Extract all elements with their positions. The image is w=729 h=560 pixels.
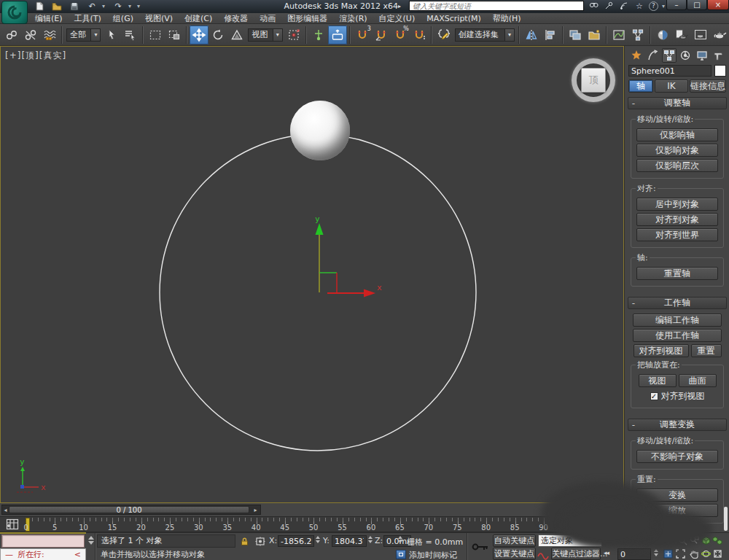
key-filter-set-dropdown[interactable]: 选定对象 ▾ — [538, 534, 602, 547]
mirror-button[interactable] — [522, 26, 541, 44]
graphite-modeling-toggle-button[interactable] — [585, 26, 604, 44]
infocenter-expand-icon[interactable]: ▸ — [394, 1, 405, 11]
rollout-header[interactable]: - 调整变换 — [628, 419, 727, 431]
z-spinner[interactable] — [397, 536, 403, 546]
affect-pivot-only-button[interactable]: 仅影响轴 — [636, 128, 718, 141]
tab-modify[interactable] — [646, 48, 660, 63]
named-selection-sets-dropdown[interactable]: 创建选择集 ▾ — [455, 28, 515, 42]
affect-hierarchy-only-button[interactable]: 仅影响层次 — [636, 159, 718, 172]
sphere-object[interactable] — [290, 101, 350, 160]
zoom-all-button[interactable] — [688, 535, 700, 546]
dont-affect-children-button[interactable]: 不影响子对象 — [636, 450, 718, 463]
go-to-start-button[interactable]: ◂◂ — [604, 549, 609, 556]
command-panel-scrollbar[interactable] — [724, 507, 728, 531]
top-viewport[interactable]: [+][顶][真实] y x y x — [0, 46, 624, 503]
unlink-selection-button[interactable] — [21, 26, 40, 44]
menu-item[interactable]: 渲染(R) — [333, 13, 373, 24]
menu-item[interactable]: 动画 — [254, 13, 281, 24]
tab-motion[interactable] — [679, 48, 693, 63]
align-to-world-button[interactable]: 对齐到世界 — [636, 228, 718, 241]
use-pivot-point-center-button[interactable] — [284, 26, 303, 44]
rectangular-selection-region-button[interactable] — [146, 26, 165, 44]
menu-item[interactable]: 图形编辑器 — [281, 13, 333, 24]
key-filters-button[interactable]: 关键点过滤器... — [551, 548, 601, 560]
menu-item[interactable]: 组(G) — [107, 13, 139, 24]
center-to-object-button[interactable]: 居中到对象 — [636, 198, 718, 211]
next-frame-arrow[interactable]: ▸ — [252, 507, 259, 513]
select-by-name-button[interactable] — [121, 26, 140, 44]
key-mode-toggle-button[interactable] — [662, 548, 674, 559]
material-editor-button[interactable] — [653, 26, 672, 44]
align-to-view-checkbox-row[interactable]: ✓ 对齐到视图 — [634, 390, 720, 402]
subscription-icon[interactable] — [603, 1, 615, 11]
menu-item[interactable]: 自定义(U) — [373, 13, 421, 24]
place-pivot-view-button[interactable]: 视图 — [639, 374, 677, 387]
tab-link-info[interactable]: 链接信息 — [690, 79, 726, 93]
time-slider-track[interactable]: ◂ 0 / 100 ▸ — [1, 505, 261, 515]
edit-working-pivot-button[interactable]: 编辑工作轴 — [633, 314, 722, 327]
affect-object-only-button[interactable]: 仅影响对象 — [636, 144, 718, 157]
object-name-field[interactable] — [628, 65, 712, 77]
move-gizmo[interactable]: y x — [315, 214, 382, 298]
reference-coordinate-dropdown[interactable]: 视图 ▾ — [248, 28, 282, 42]
default-tangent-icon[interactable] — [537, 549, 549, 560]
menu-item[interactable]: 修改器 — [218, 13, 254, 24]
edit-named-selection-sets-button[interactable] — [434, 26, 453, 44]
set-key-button[interactable]: 设置关键点 — [493, 548, 536, 560]
track-bar[interactable]: 051015202530354045505560657075808590 — [0, 516, 624, 532]
menu-item[interactable]: 帮助(H) — [487, 13, 527, 24]
select-object-button[interactable] — [102, 26, 121, 44]
align-button[interactable] — [541, 26, 560, 44]
render-setup-button[interactable] — [672, 26, 691, 44]
add-time-tag[interactable]: 添加时间标记 — [409, 550, 457, 560]
select-and-link-button[interactable] — [2, 26, 21, 44]
menu-item[interactable]: 创建(C) — [179, 13, 218, 24]
selection-lock-toggle-button[interactable] — [238, 536, 251, 547]
selection-filter-dropdown[interactable]: 全部 ▾ — [66, 28, 101, 42]
tab-create[interactable] — [629, 48, 644, 63]
orbit-button[interactable] — [700, 548, 712, 559]
select-and-rotate-button[interactable] — [208, 26, 227, 44]
rollout-header[interactable]: - 工作轴 — [628, 297, 727, 309]
close-button[interactable]: × — [707, 0, 729, 10]
spinner-up-icon[interactable] — [88, 536, 94, 540]
collapse-icon[interactable]: - — [628, 298, 639, 308]
search-input[interactable] — [409, 1, 584, 11]
collapse-icon[interactable]: - — [628, 420, 639, 430]
current-frame-field[interactable] — [617, 548, 651, 560]
tab-hierarchy[interactable] — [662, 48, 677, 63]
search-icon[interactable] — [588, 1, 599, 11]
curve-editor-button[interactable] — [609, 26, 628, 44]
favorites-star-icon[interactable]: ☆ — [634, 1, 645, 11]
3dsmax-logo-button[interactable] — [1, 1, 28, 24]
rollout-header[interactable]: - 调整轴 — [628, 97, 727, 109]
reset-pivot-button[interactable]: 重置轴 — [636, 267, 718, 280]
spinner-down-icon[interactable] — [88, 541, 94, 545]
maxscript-mini-listener[interactable] — [1, 534, 85, 548]
select-and-move-button[interactable] — [190, 26, 208, 44]
communication-center-icon[interactable] — [618, 1, 630, 11]
y-spinner[interactable] — [367, 536, 373, 546]
menu-item[interactable]: MAXScript(M) — [421, 13, 487, 24]
collapse-icon[interactable]: - — [628, 98, 639, 109]
dropdown-arrow-icon[interactable]: ▾ — [273, 29, 282, 41]
zoom-extents-button[interactable] — [700, 535, 712, 546]
menu-item[interactable]: 编辑(E) — [29, 13, 69, 24]
place-pivot-surface-button[interactable]: 曲面 — [679, 374, 717, 387]
minimize-button[interactable]: – — [666, 0, 687, 10]
maximize-viewport-toggle-button[interactable] — [712, 548, 723, 559]
zoom-button[interactable] — [677, 535, 688, 546]
align-to-object-button[interactable]: 对齐到对象 — [636, 213, 718, 226]
previous-frame-arrow[interactable]: ◂ — [2, 507, 9, 513]
auto-key-button[interactable]: 自动关键点 — [493, 534, 536, 547]
render-production-button[interactable] — [710, 26, 729, 44]
isolate-selection-icon[interactable] — [396, 550, 406, 559]
angle-snap-toggle-button[interactable] — [372, 26, 391, 44]
frame-spinner[interactable] — [653, 549, 659, 559]
zoom-extents-all-button[interactable] — [712, 535, 723, 546]
y-coordinate-field[interactable] — [332, 535, 367, 547]
use-working-pivot-button[interactable]: 使用工作轴 — [633, 329, 722, 342]
reset-working-pivot-button[interactable]: 重置 — [691, 344, 722, 357]
maximize-button[interactable]: □ — [687, 0, 707, 10]
tab-ik[interactable]: IK — [655, 79, 688, 93]
